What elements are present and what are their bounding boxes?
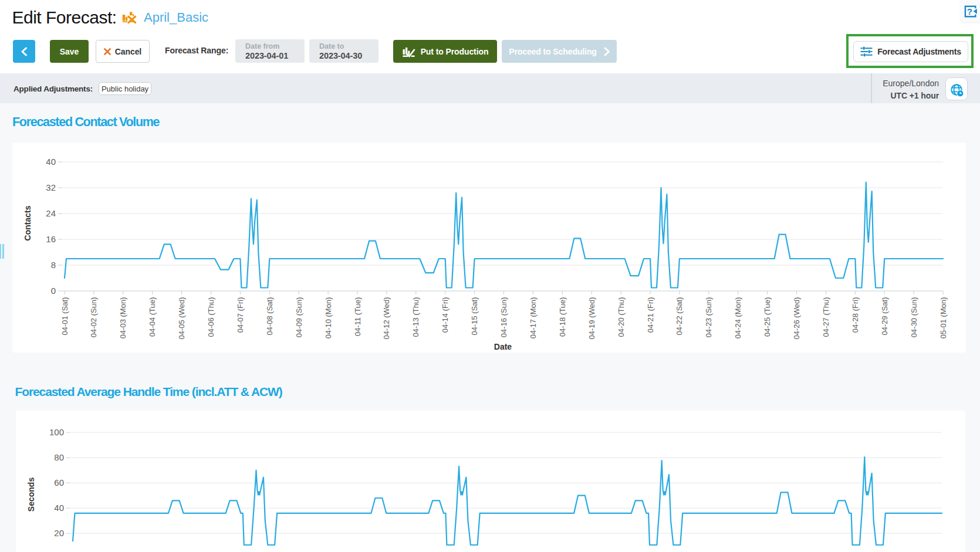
svg-text:20: 20 [54,528,64,538]
svg-text:04-27 (Thu): 04-27 (Thu) [822,297,830,337]
svg-text:04-09 (Sun): 04-09 (Sun) [295,297,303,337]
svg-text:04-06 (Thu): 04-06 (Thu) [207,297,215,337]
svg-text:04-23 (Sun): 04-23 (Sun) [704,297,713,337]
svg-text:04-01 (Sat): 04-01 (Sat) [60,297,69,335]
svg-text:04-08 (Sat): 04-08 (Sat) [265,297,274,335]
svg-text:04-26 (Wed): 04-26 (Wed) [792,297,801,339]
svg-text:04-28 (Fri): 04-28 (Fri) [851,297,860,333]
svg-text:04-10 (Mon): 04-10 (Mon) [324,297,333,338]
svg-text:04-25 (Tue): 04-25 (Tue) [763,297,772,336]
svg-text:04-11 (Tue): 04-11 (Tue) [353,297,362,336]
svg-text:04-17 (Mon): 04-17 (Mon) [529,297,538,338]
svg-text:05-01 (Mon): 05-01 (Mon) [939,297,948,338]
svg-text:04-04 (Tue): 04-04 (Tue) [148,297,157,336]
svg-text:Contacts: Contacts [23,205,32,241]
svg-text:04-18 (Tue): 04-18 (Tue) [558,297,567,336]
svg-text:16: 16 [46,234,56,244]
svg-text:8: 8 [51,260,56,270]
svg-text:40: 40 [46,157,56,167]
svg-text:04-16 (Sun): 04-16 (Sun) [499,297,508,337]
svg-text:04-02 (Sun): 04-02 (Sun) [89,297,98,337]
svg-text:04-24 (Mon): 04-24 (Mon) [734,297,742,338]
svg-text:04-07 (Fri): 04-07 (Fri) [236,297,245,333]
svg-text:04-21 (Fri): 04-21 (Fri) [646,297,655,333]
svg-text:0: 0 [51,286,56,296]
svg-text:04-30 (Sun): 04-30 (Sun) [910,297,918,337]
svg-text:04-12 (Wed): 04-12 (Wed) [382,297,391,339]
svg-text:40: 40 [54,503,64,513]
svg-text:04-13 (Thu): 04-13 (Thu) [411,297,420,337]
svg-text:Date: Date [494,341,512,351]
svg-text:?: ? [967,6,972,16]
svg-text:24: 24 [46,208,56,218]
svg-text:04-22 (Sat): 04-22 (Sat) [675,297,684,335]
svg-text:100: 100 [49,427,64,437]
svg-text:04-20 (Thu): 04-20 (Thu) [617,297,626,337]
svg-text:60: 60 [54,478,64,487]
svg-text:04-14 (Fri): 04-14 (Fri) [441,297,450,333]
svg-text:32: 32 [46,182,56,192]
svg-text:Seconds: Seconds [26,478,36,512]
svg-text:04-05 (Wed): 04-05 (Wed) [177,297,186,339]
svg-text:04-29 (Sat): 04-29 (Sat) [880,297,889,335]
svg-text:80: 80 [54,452,64,462]
svg-text:04-15 (Sat): 04-15 (Sat) [470,297,479,335]
svg-text:04-03 (Mon): 04-03 (Mon) [119,297,127,338]
svg-text:04-19 (Wed): 04-19 (Wed) [587,297,596,339]
